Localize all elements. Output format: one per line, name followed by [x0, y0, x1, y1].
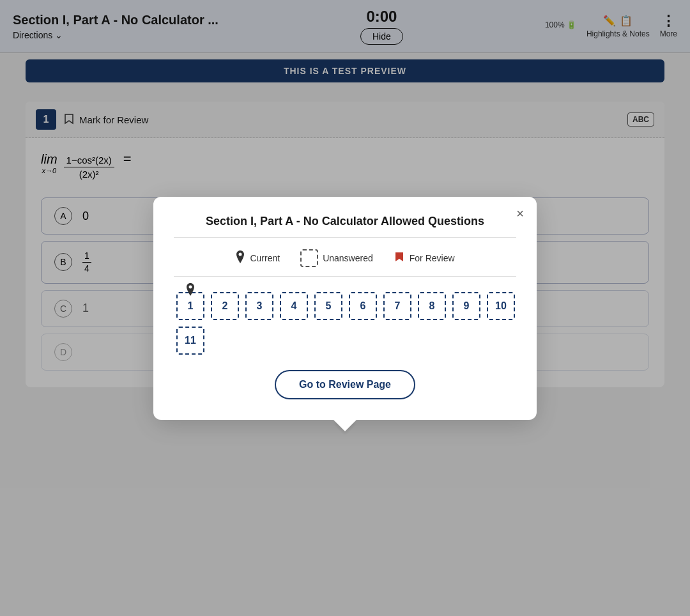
svg-point-0	[239, 253, 242, 256]
grid-number-wrapper-11: 11	[176, 327, 204, 355]
grid-number-wrapper-4: 4	[280, 292, 308, 320]
modal-legend: Current Unanswered For Review	[174, 249, 516, 277]
svg-point-1	[189, 285, 192, 288]
legend-current: Current	[235, 250, 280, 265]
grid-question-3[interactable]: 3	[245, 292, 273, 320]
grid-question-6[interactable]: 6	[349, 292, 377, 320]
current-pin-icon	[235, 250, 245, 265]
grid-number-wrapper-9: 9	[452, 292, 480, 320]
grid-number-wrapper-1: 1	[176, 292, 204, 320]
grid-question-7[interactable]: 7	[383, 292, 411, 320]
legend-unanswered: Unanswered	[300, 249, 373, 267]
grid-question-8[interactable]: 8	[418, 292, 446, 320]
question-grid: 1234567891011	[174, 287, 516, 355]
legend-for-review-label: For Review	[410, 253, 455, 263]
legend-for-review: For Review	[394, 251, 455, 265]
modal-close-button[interactable]: ×	[516, 207, 524, 220]
grid-number-wrapper-2: 2	[211, 292, 239, 320]
go-to-review-button[interactable]: Go to Review Page	[275, 370, 415, 399]
grid-number-wrapper-8: 8	[418, 292, 446, 320]
unanswered-icon	[300, 249, 318, 267]
current-question-pin	[185, 283, 195, 298]
legend-current-label: Current	[250, 253, 280, 263]
grid-question-11[interactable]: 11	[176, 327, 204, 355]
legend-unanswered-label: Unanswered	[323, 253, 373, 263]
for-review-icon	[394, 251, 405, 265]
grid-question-10[interactable]: 10	[487, 292, 515, 320]
grid-number-wrapper-6: 6	[349, 292, 377, 320]
grid-question-4[interactable]: 4	[280, 292, 308, 320]
grid-number-wrapper-3: 3	[245, 292, 273, 320]
grid-number-wrapper-5: 5	[314, 292, 342, 320]
grid-question-5[interactable]: 5	[314, 292, 342, 320]
grid-question-2[interactable]: 2	[211, 292, 239, 320]
grid-number-wrapper-7: 7	[383, 292, 411, 320]
question-navigator-modal: × Section I, Part A - No Calculator Allo…	[153, 197, 537, 420]
modal-overlay: × Section I, Part A - No Calculator Allo…	[0, 0, 690, 616]
modal-arrow	[334, 420, 356, 431]
modal-title: Section I, Part A - No Calculator Allowe…	[174, 215, 516, 238]
grid-question-9[interactable]: 9	[452, 292, 480, 320]
grid-number-wrapper-10: 10	[487, 292, 515, 320]
